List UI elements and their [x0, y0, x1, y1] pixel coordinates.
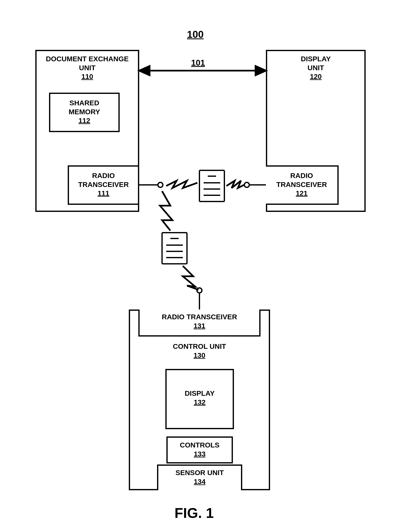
svg-point-8 — [197, 288, 202, 293]
svg-point-4 — [158, 182, 163, 187]
doc-exchange-ref: 110 — [81, 73, 93, 80]
display-unit-ref: 120 — [310, 73, 322, 80]
antenna-131 — [197, 288, 202, 309]
display-unit-radio-box: RADIO TRANSCEIVER 121 — [266, 165, 339, 205]
control-unit-title: CONTROL UNIT — [173, 342, 226, 350]
control-display-title: DISPLAY — [185, 389, 215, 397]
system-ref: 100 — [187, 29, 204, 40]
document-icon-diag — [162, 233, 187, 264]
svg-rect-9 — [199, 170, 224, 202]
control-unit-ref: 130 — [194, 351, 205, 359]
display-unit-title: DISPLAY UNIT — [301, 55, 331, 72]
doc-exchange-title: DOCUMENT EXCHANGE UNIT — [46, 55, 129, 72]
control-display-ref: 132 — [194, 398, 206, 406]
link-ref: 101 — [191, 58, 205, 68]
antenna-121 — [244, 182, 266, 187]
svg-point-6 — [244, 182, 249, 187]
controls-ref: 133 — [194, 450, 206, 458]
doc-exchange-radio-box: RADIO TRANSCEIVER 111 — [68, 165, 138, 205]
control-unit-radio-ref: 131 — [194, 322, 205, 330]
wireless-zigzag-left — [166, 181, 197, 188]
svg-marker-2 — [255, 66, 266, 75]
doc-exchange-radio-ref: 111 — [98, 189, 110, 197]
svg-marker-1 — [139, 66, 149, 75]
display-unit-radio-title: RADIO TRANSCEIVER — [276, 172, 327, 188]
diagram-canvas: 100 101 DOCUMENT EXCHANGE UNIT 110 SHARE… — [0, 0, 397, 532]
control-unit-box: RADIO TRANSCEIVER 131 CONTROL UNIT 130 D… — [129, 309, 270, 490]
sensor-unit-box: SENSOR UNIT 134 — [157, 464, 242, 490]
wireless-zigzag-right — [226, 181, 244, 188]
display-unit-radio-ref: 121 — [296, 189, 308, 197]
doc-exchange-unit-box: DOCUMENT EXCHANGE UNIT 110 SHARED MEMORY… — [35, 50, 139, 212]
shared-memory-ref: 112 — [79, 117, 90, 124]
shared-memory-title: SHARED MEMORY — [68, 99, 100, 116]
doc-exchange-radio-title: RADIO TRANSCEIVER — [78, 172, 129, 188]
wireless-zigzag-diag-upper — [160, 191, 173, 231]
antenna-111 — [139, 182, 163, 187]
figure-caption: FIG. 1 — [174, 505, 214, 521]
controls-title: CONTROLS — [180, 441, 220, 449]
wireless-zigzag-diag-lower — [183, 266, 198, 290]
document-icon-top — [199, 170, 224, 202]
display-unit-box: DISPLAY UNIT 120 RADIO TRANSCEIVER 121 — [266, 50, 366, 212]
control-unit-radio-box: RADIO TRANSCEIVER 131 — [138, 309, 261, 336]
controls-box: CONTROLS 133 — [166, 436, 233, 464]
sensor-unit-title: SENSOR UNIT — [175, 469, 224, 476]
control-unit-radio-title: RADIO TRANSCEIVER — [162, 313, 237, 321]
sensor-unit-ref: 134 — [194, 477, 206, 485]
svg-rect-14 — [162, 233, 187, 264]
control-display-box: DISPLAY 132 — [165, 369, 234, 429]
shared-memory-box: SHARED MEMORY 112 — [49, 93, 120, 132]
